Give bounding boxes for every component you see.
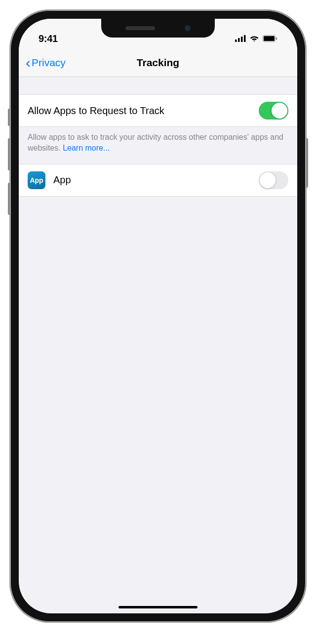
svg-rect-3	[244, 35, 246, 42]
learn-more-link[interactable]: Learn more...	[63, 144, 110, 152]
battery-icon	[263, 35, 277, 42]
back-button[interactable]: ‹ Privacy	[26, 55, 66, 70]
phone-screen: 9:41 ‹ Privacy Tracking Allow Apps to Re…	[19, 19, 297, 613]
allow-tracking-cell: Allow Apps to Request to Track	[19, 94, 297, 127]
page-title: Tracking	[137, 57, 179, 69]
svg-rect-1	[238, 38, 240, 42]
phone-side-buttons-right	[306, 138, 308, 200]
allow-tracking-toggle[interactable]	[259, 102, 288, 120]
settings-content: Allow Apps to Request to Track Allow app…	[19, 77, 297, 197]
app-tracking-toggle[interactable]	[259, 171, 288, 189]
back-button-label: Privacy	[32, 57, 66, 69]
phone-device-frame: 9:41 ‹ Privacy Tracking Allow Apps to Re…	[10, 10, 306, 622]
svg-rect-5	[264, 36, 275, 41]
app-tracking-cell: App App	[19, 164, 297, 197]
navigation-bar: ‹ Privacy Tracking	[19, 48, 297, 77]
home-indicator[interactable]	[118, 606, 198, 608]
allow-tracking-label: Allow Apps to Request to Track	[28, 105, 164, 117]
status-time: 9:41	[39, 33, 58, 44]
chevron-left-icon: ‹	[26, 55, 31, 70]
svg-rect-6	[276, 38, 277, 40]
phone-notch	[101, 19, 215, 38]
phone-side-buttons-left	[8, 109, 10, 227]
svg-rect-2	[241, 37, 243, 42]
svg-rect-0	[235, 40, 237, 42]
tracking-footer-text: Allow apps to ask to track your activity…	[19, 127, 297, 164]
wifi-icon	[249, 35, 259, 42]
app-icon: App	[28, 171, 45, 189]
status-icons	[235, 35, 277, 42]
app-name-label: App	[53, 174, 71, 186]
cellular-icon	[235, 35, 246, 42]
